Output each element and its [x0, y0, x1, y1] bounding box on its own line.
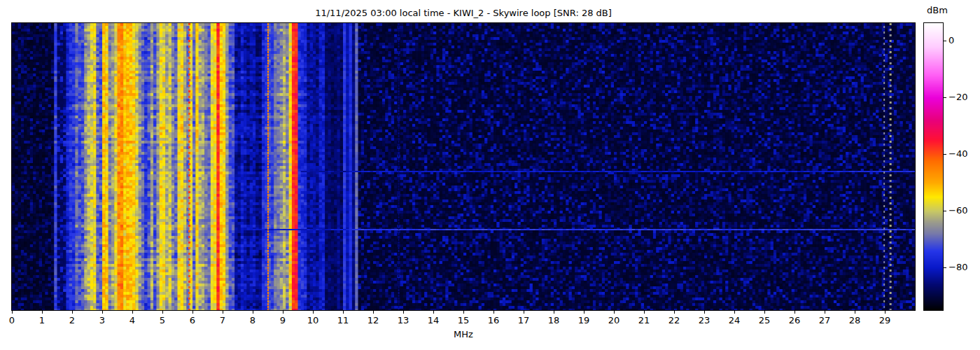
x-tick	[704, 311, 705, 314]
x-tick	[614, 311, 615, 314]
x-tick	[283, 311, 284, 314]
x-tick	[493, 311, 494, 314]
x-tick-label: 22	[660, 315, 688, 326]
x-tick	[885, 311, 886, 314]
x-tick	[192, 311, 193, 314]
colorbar-tick-label: −60	[948, 205, 967, 216]
x-tick-label: 8	[239, 315, 267, 326]
x-tick-label: 0	[0, 315, 26, 326]
x-tick-label: 13	[389, 315, 417, 326]
x-tick-label: 5	[148, 315, 176, 326]
x-tick	[162, 311, 163, 314]
x-tick-label: 6	[178, 315, 206, 326]
figure: 11/11/2025 03:00 local time - KIWI_2 - S…	[0, 0, 980, 350]
x-tick-label: 25	[750, 315, 778, 326]
x-tick-label: 3	[88, 315, 116, 326]
x-tick	[313, 311, 314, 314]
x-tick-label: 9	[269, 315, 297, 326]
x-tick-label: 4	[118, 315, 146, 326]
colorbar-tick-label: −80	[948, 262, 967, 273]
x-tick	[253, 311, 253, 314]
x-tick-label: 14	[419, 315, 447, 326]
x-tick	[12, 311, 13, 314]
x-tick	[825, 311, 825, 314]
colorbar-canvas	[924, 23, 943, 310]
colorbar-tick	[944, 211, 946, 211]
x-tick	[463, 311, 464, 314]
x-tick	[584, 311, 584, 314]
colorbar-tick	[944, 41, 946, 41]
x-tick-label: 26	[780, 315, 808, 326]
x-tick	[674, 311, 675, 314]
x-tick-label: 20	[600, 315, 628, 326]
x-tick-label: 2	[58, 315, 86, 326]
x-tick	[102, 311, 103, 314]
x-tick	[554, 311, 554, 314]
x-tick-label: 29	[871, 315, 899, 326]
x-tick	[855, 311, 855, 314]
x-tick	[644, 311, 645, 314]
spectrogram-canvas	[12, 23, 915, 310]
x-tick-label: 24	[720, 315, 748, 326]
x-tick	[734, 311, 735, 314]
spectrogram-plot	[11, 22, 916, 311]
x-tick	[794, 311, 795, 314]
chart-title: 11/11/2025 03:00 local time - KIWI_2 - S…	[12, 8, 915, 18]
x-tick-label: 1	[28, 315, 56, 326]
x-tick-label: 21	[630, 315, 658, 326]
x-tick-label: 7	[209, 315, 237, 326]
x-tick-label: 12	[359, 315, 387, 326]
colorbar-tick-label: 0	[948, 35, 954, 46]
colorbar-tick-label: −40	[948, 148, 967, 160]
x-tick-label: 19	[570, 315, 598, 326]
x-tick-label: 18	[540, 315, 568, 326]
x-tick	[343, 311, 344, 314]
x-tick-label: 11	[329, 315, 357, 326]
x-tick	[72, 311, 73, 314]
x-tick-label: 17	[510, 315, 538, 326]
x-tick-label: 23	[690, 315, 718, 326]
x-tick	[524, 311, 524, 314]
x-tick	[132, 311, 133, 314]
colorbar-tick	[944, 267, 946, 268]
x-tick	[373, 311, 374, 314]
x-tick	[42, 311, 43, 314]
x-tick-label: 16	[479, 315, 507, 326]
x-tick-label: 15	[449, 315, 477, 326]
colorbar-tick-label: −20	[948, 92, 967, 103]
x-tick	[764, 311, 765, 314]
colorbar	[923, 22, 944, 311]
x-tick	[403, 311, 404, 314]
x-axis-label: MHz	[12, 329, 915, 340]
x-tick	[223, 311, 223, 314]
x-tick-label: 27	[811, 315, 839, 326]
colorbar-label: dBm	[914, 5, 960, 15]
x-tick	[433, 311, 434, 314]
colorbar-tick	[944, 97, 946, 98]
x-tick-label: 28	[841, 315, 869, 326]
x-tick-label: 10	[299, 315, 327, 326]
colorbar-tick	[944, 154, 946, 155]
